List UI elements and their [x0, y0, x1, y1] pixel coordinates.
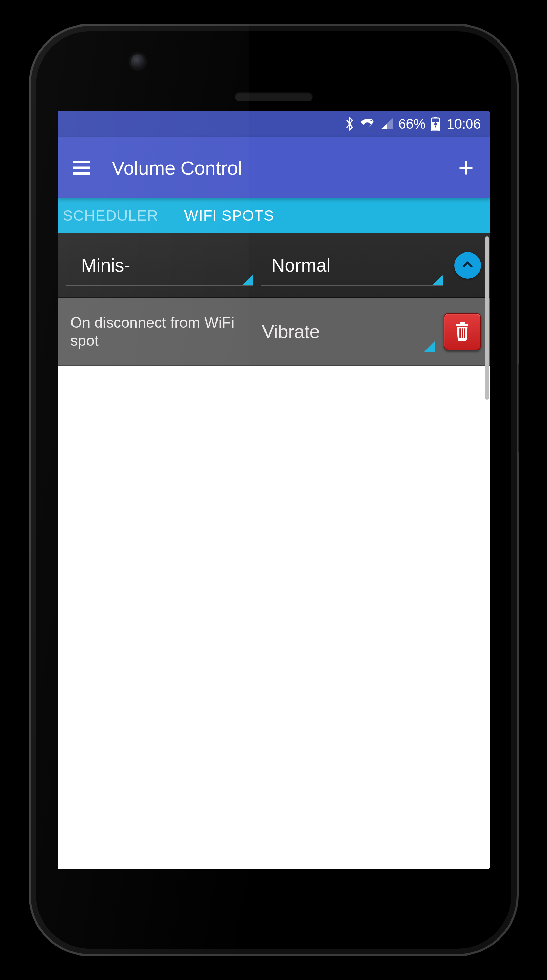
- phone-frame: 66% 10:06 Volume Control: [29, 24, 519, 956]
- svg-rect-12: [461, 328, 462, 338]
- disconnect-label: On disconnect from WiFi spot: [66, 314, 243, 350]
- svg-rect-8: [459, 167, 472, 169]
- bluetooth-icon: [344, 116, 355, 131]
- status-bar: 66% 10:06: [57, 111, 490, 137]
- svg-rect-6: [73, 172, 90, 175]
- disconnect-row: On disconnect from WiFi spot Vibrate: [57, 298, 490, 366]
- wifi-icon: [359, 118, 375, 130]
- app-bar: Volume Control: [57, 137, 490, 198]
- phone-speaker: [234, 92, 313, 102]
- connect-profile-value: Normal: [272, 255, 331, 275]
- spinner-triangle-icon: [242, 275, 253, 285]
- menu-icon[interactable]: [71, 158, 92, 178]
- svg-rect-2: [434, 117, 437, 118]
- connect-profile-spinner[interactable]: Normal: [262, 245, 443, 286]
- phone-side-button: [518, 364, 519, 453]
- add-button[interactable]: [456, 158, 476, 178]
- wifi-spot-row: Minis- Normal: [57, 233, 490, 298]
- phone-camera: [131, 54, 145, 69]
- delete-button[interactable]: [443, 313, 481, 350]
- signal-icon: [380, 118, 394, 130]
- svg-rect-10: [459, 321, 465, 324]
- app-title: Volume Control: [112, 157, 435, 179]
- scrollbar-thumb[interactable]: [485, 237, 489, 400]
- spinner-triangle-icon: [433, 275, 443, 285]
- collapse-button[interactable]: [455, 252, 481, 279]
- svg-rect-13: [464, 328, 465, 338]
- tab-bar: SCHEDULER WIFI SPOTS: [57, 198, 490, 233]
- svg-rect-5: [73, 167, 90, 169]
- clock-text: 10:06: [447, 116, 481, 132]
- disconnect-profile-spinner[interactable]: Vibrate: [252, 311, 435, 352]
- disconnect-profile-value: Vibrate: [262, 321, 320, 342]
- wifi-spot-name-spinner[interactable]: Minis-: [66, 245, 253, 286]
- battery-charging-icon: [430, 116, 440, 131]
- chevron-up-icon: [461, 258, 475, 273]
- wifi-spot-name-value: Minis-: [81, 255, 130, 275]
- tab-wifi-spots[interactable]: WIFI SPOTS: [182, 207, 276, 224]
- tab-scheduler[interactable]: SCHEDULER: [61, 207, 160, 224]
- svg-rect-4: [73, 161, 90, 163]
- screen: 66% 10:06 Volume Control: [57, 111, 490, 869]
- battery-text: 66%: [398, 116, 426, 132]
- svg-rect-11: [459, 328, 461, 338]
- svg-rect-9: [456, 324, 468, 326]
- spinner-triangle-icon: [424, 341, 435, 352]
- trash-icon: [452, 321, 473, 343]
- empty-content-area: [57, 366, 490, 869]
